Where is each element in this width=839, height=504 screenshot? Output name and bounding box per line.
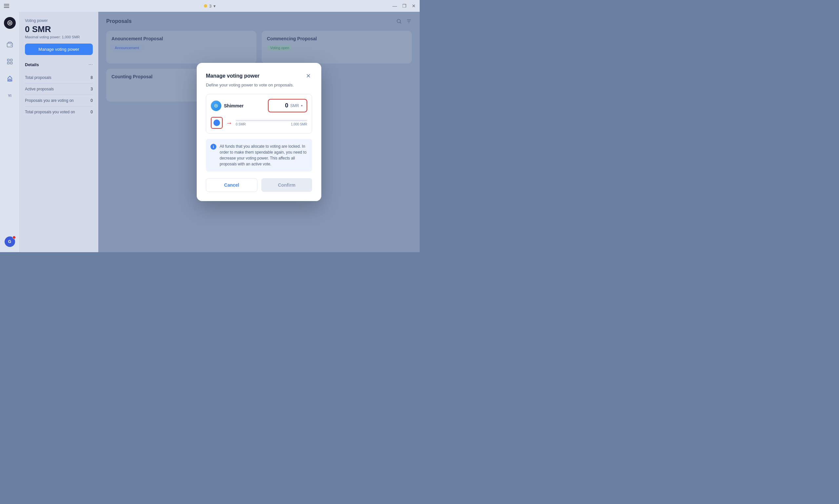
sidebar-nav: YI bbox=[5, 39, 15, 101]
cancel-button[interactable]: Cancel bbox=[206, 178, 257, 192]
token-icon bbox=[211, 101, 221, 111]
sidebar-item-yi[interactable]: YI bbox=[5, 90, 15, 101]
manage-voting-power-button[interactable]: Manage voting power bbox=[25, 43, 93, 55]
slider-label-max: 1,000 SMR bbox=[291, 123, 307, 126]
main-content: Proposals Anouncement Proposal Announcem… bbox=[98, 12, 420, 252]
chevron-down-icon[interactable]: ▾ bbox=[213, 4, 216, 8]
slider-thumb-box bbox=[211, 117, 223, 129]
arrow-right-icon: → bbox=[226, 119, 233, 127]
slider-track-wrap[interactable]: 0 SMR 1,000 SMR bbox=[236, 120, 307, 126]
titlebar-controls: — ❐ ✕ bbox=[392, 3, 416, 8]
svg-rect-1 bbox=[7, 43, 13, 47]
detail-label-voted-on: Total proposals you voted on bbox=[25, 110, 75, 114]
slider-labels: 0 SMR 1,000 SMR bbox=[236, 123, 307, 126]
token-name: Shimmer bbox=[224, 103, 244, 108]
details-more-icon[interactable]: ··· bbox=[88, 61, 93, 68]
manage-voting-power-modal: Manage voting power ✕ Define your voting… bbox=[197, 63, 321, 201]
titlebar: 3 ▾ — ❐ ✕ bbox=[0, 0, 420, 12]
modal-title: Manage voting power bbox=[206, 73, 260, 79]
voting-power-amount: 0 SMR bbox=[25, 24, 93, 34]
slider-area: → 0 SMR 1,000 SMR bbox=[211, 117, 307, 129]
detail-value-active-proposals: 3 bbox=[90, 87, 93, 91]
close-button[interactable]: ✕ bbox=[412, 3, 416, 8]
svg-rect-6 bbox=[9, 79, 11, 81]
titlebar-left bbox=[4, 4, 9, 8]
tab-count: 3 bbox=[209, 4, 211, 8]
svg-rect-3 bbox=[10, 59, 12, 61]
token-info: Shimmer bbox=[211, 101, 244, 111]
detail-label-total-proposals: Total proposals bbox=[25, 75, 51, 80]
detail-row-voting-on: Proposals you are voting on 0 bbox=[25, 95, 93, 106]
modal-overlay: Manage voting power ✕ Define your voting… bbox=[98, 12, 420, 252]
modal-buttons: Cancel Confirm bbox=[206, 178, 312, 192]
token-row: Shimmer 0 SMR ▾ bbox=[211, 99, 307, 112]
svg-point-0 bbox=[7, 21, 12, 25]
modal-header: Manage voting power ✕ bbox=[206, 72, 312, 80]
voting-power-max: Maximal voting power: 1,000 SMR bbox=[25, 35, 93, 39]
maximize-button[interactable]: ❐ bbox=[402, 3, 407, 8]
confirm-button[interactable]: Confirm bbox=[261, 178, 312, 192]
sidebar-item-governance[interactable] bbox=[5, 73, 15, 84]
sidebar-item-wallet[interactable] bbox=[5, 39, 15, 50]
details-header: Details ··· bbox=[25, 61, 93, 68]
detail-value-voting-on: 0 bbox=[90, 98, 93, 103]
tab-indicator-dot bbox=[204, 4, 207, 7]
app-layout: YI G Voting power 0 SMR Maximal voting p… bbox=[0, 12, 420, 252]
amount-input-box[interactable]: 0 SMR ▾ bbox=[268, 99, 307, 112]
avatar[interactable]: G bbox=[5, 236, 15, 247]
info-box: i All funds that you allocate to voting … bbox=[206, 139, 312, 172]
sidebar: YI G bbox=[0, 12, 20, 252]
modal-subtitle: Define your voting power to vote on prop… bbox=[206, 83, 312, 87]
info-text: All funds that you allocate to voting ar… bbox=[220, 143, 308, 167]
minimize-button[interactable]: — bbox=[392, 3, 397, 8]
detail-row-total-proposals: Total proposals 8 bbox=[25, 72, 93, 84]
voting-power-label: Voting power bbox=[25, 18, 93, 23]
slider-track bbox=[236, 120, 307, 121]
detail-label-voting-on: Proposals you are voting on bbox=[25, 98, 74, 103]
titlebar-center: 3 ▾ bbox=[204, 4, 216, 8]
details-title: Details bbox=[25, 62, 39, 67]
amount-unit: SMR bbox=[290, 104, 299, 108]
modal-close-button[interactable]: ✕ bbox=[304, 72, 312, 80]
detail-label-active-proposals: Active proposals bbox=[25, 87, 54, 91]
app-logo[interactable] bbox=[4, 17, 16, 29]
chevron-down-icon: ▾ bbox=[301, 104, 303, 107]
left-panel: Voting power 0 SMR Maximal voting power:… bbox=[20, 12, 98, 252]
token-area: Shimmer 0 SMR ▾ → bbox=[206, 94, 312, 133]
svg-rect-5 bbox=[10, 62, 12, 64]
info-icon: i bbox=[210, 144, 217, 150]
svg-point-8 bbox=[215, 104, 217, 107]
sidebar-bottom: G bbox=[5, 236, 15, 247]
sidebar-item-apps[interactable] bbox=[5, 56, 15, 67]
svg-rect-4 bbox=[7, 62, 9, 64]
hamburger-icon[interactable] bbox=[4, 4, 9, 8]
detail-row-voted-on: Total proposals you voted on 0 bbox=[25, 106, 93, 118]
svg-rect-2 bbox=[7, 59, 9, 61]
slider-label-min: 0 SMR bbox=[236, 123, 246, 126]
slider-thumb bbox=[213, 120, 220, 126]
detail-value-total-proposals: 8 bbox=[90, 75, 93, 80]
detail-row-active-proposals: Active proposals 3 bbox=[25, 84, 93, 95]
detail-value-voted-on: 0 bbox=[90, 110, 93, 114]
amount-value: 0 bbox=[285, 102, 288, 109]
